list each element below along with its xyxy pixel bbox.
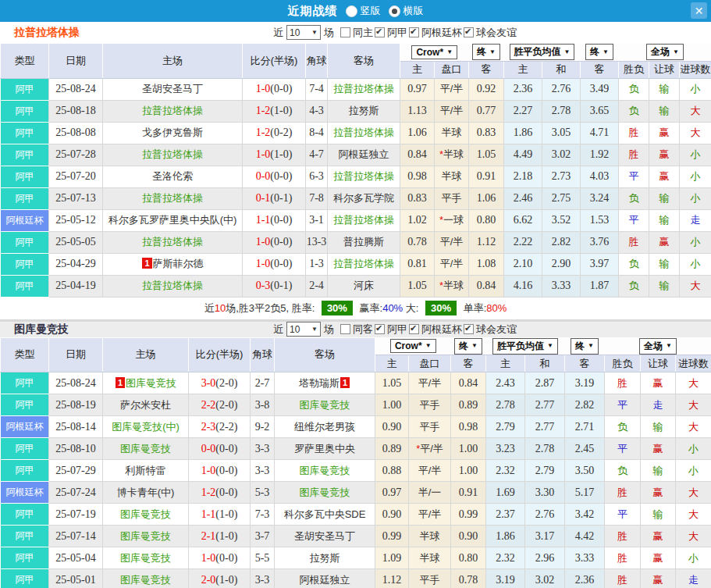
handicap-label: 半球 <box>443 280 464 291</box>
avg-home-cell: 2.43 <box>486 372 525 394</box>
games-count-select[interactable]: 10 ▼ <box>286 322 321 337</box>
goals-result-cell: 大 <box>676 394 711 416</box>
corner-cell: 7-3 <box>251 504 275 526</box>
handicap-result-cell: 赢 <box>641 438 676 460</box>
games-count-select[interactable]: 10 ▼ <box>286 25 321 40</box>
home-team-name: 博卡青年(中) <box>117 486 175 498</box>
avg-draw-cell: 3.17 <box>525 526 565 547</box>
odds-company-dropdown[interactable]: Crow*▼ <box>390 339 436 353</box>
score-cell: 0-1(0-1) <box>243 187 306 209</box>
odds-home-cell: 0.99 <box>375 526 409 547</box>
checkbox-icon[interactable] <box>340 324 350 334</box>
handicap-cell: *平/半 <box>409 438 451 460</box>
away-team-cell: 图库曼竞技 <box>275 460 375 482</box>
home-team-name: 图库曼竞技 <box>120 574 171 586</box>
same-venue-checkbox[interactable]: 同主 <box>340 26 373 40</box>
avg-draw-cell: 3.02 <box>525 569 565 588</box>
col-corner: 角球 <box>251 337 275 372</box>
odds-home-cell: 1.00 <box>375 394 409 416</box>
fulltime-score: 1-2 <box>256 105 271 116</box>
league-type-cell: 阿甲 <box>1 122 49 144</box>
checkbox-icon[interactable] <box>409 324 419 334</box>
avg-odds-dropdown[interactable]: 胜平负均值▼ <box>492 338 558 355</box>
checkbox-icon[interactable] <box>464 27 474 37</box>
avg-final-dropdown[interactable]: 终▼ <box>585 44 613 60</box>
away-team-name: 普拉腾斯 <box>343 236 384 248</box>
result-cell: 负 <box>605 416 641 438</box>
col-away: 客场 <box>275 337 375 372</box>
result-cell: 胜 <box>619 122 649 144</box>
checkbox-icon[interactable] <box>375 324 385 334</box>
subcol-goals: 进球数 <box>680 61 711 78</box>
same-venue-checkbox[interactable]: 同客 <box>340 323 373 337</box>
date-cell: 25-08-14 <box>49 416 103 438</box>
avg-draw-cell: 2.77 <box>525 394 565 416</box>
result-cell: 平 <box>619 166 649 187</box>
checkbox-icon[interactable] <box>375 27 385 37</box>
close-button[interactable]: ✕ <box>691 2 707 19</box>
fulltime-score: 2-1 <box>201 530 216 542</box>
handicap-label: 半球 <box>443 148 464 160</box>
goals-result-cell: 小 <box>676 438 711 460</box>
goals-result-cell: 小 <box>680 253 711 275</box>
away-team-name: 科尔多瓦中央SDE <box>284 508 366 520</box>
avg-home-cell: 3.19 <box>486 569 525 588</box>
fulltime-score: 1-2 <box>256 127 271 138</box>
avg-draw-cell: 3.52 <box>542 209 581 231</box>
layout-vertical-radio[interactable]: 竖版 <box>346 4 381 18</box>
avg-away-cell: 3.50 <box>565 460 605 482</box>
odds-away-cell: 1.05 <box>469 144 504 166</box>
cup-filter-checkbox[interactable]: 阿根廷杯 <box>409 26 462 40</box>
layout-horizontal-radio[interactable]: 横版 <box>389 4 424 18</box>
avg-away-cell: 3.97 <box>581 253 619 275</box>
handicap-result-cell: 输 <box>649 78 680 100</box>
fulltime-score: 1-0 <box>201 552 216 564</box>
fulltime-dropdown[interactable]: 全场▼ <box>646 44 684 60</box>
handicap-cell: 半球 <box>435 122 469 144</box>
avg-odds-dropdown[interactable]: 胜平负均值▼ <box>510 44 575 60</box>
odds-final-dropdown[interactable]: 终▼ <box>472 44 500 60</box>
odds-final-dropdown[interactable]: 终▼ <box>454 338 482 355</box>
checkbox-icon[interactable] <box>409 27 419 37</box>
handicap-cell: 半球 <box>435 166 469 187</box>
cup-filter-checkbox[interactable]: 阿根廷杯 <box>409 323 462 337</box>
handicap-cell: 平/半 <box>435 100 469 122</box>
league-filter-checkbox[interactable]: 阿甲 <box>375 26 407 40</box>
games-suffix-label: 场 <box>324 323 334 337</box>
away-team-name: 纽维尔老男孩 <box>294 421 355 433</box>
goals-result-cell: 大 <box>676 526 711 547</box>
friendly-filter-checkbox[interactable]: 球会友谊 <box>464 26 517 40</box>
avg-away-cell: 3.42 <box>565 504 605 526</box>
handicap-result-cell: 赢 <box>649 144 680 166</box>
home-team-name: 图库曼竞技(中) <box>112 421 180 433</box>
avg-away-cell: 2.82 <box>565 394 605 416</box>
handicap-cell: *一球 <box>435 209 469 231</box>
halftime-score: (0-2) <box>270 127 292 138</box>
goals-result-cell: 大 <box>680 275 711 297</box>
avg-draw-cell: 2.87 <box>525 372 565 394</box>
odds-home-cell: 0.97 <box>400 78 435 100</box>
match-row: 阿甲 25-04-29 1萨斯菲尔德 1-0(0-0) 1-3 拉普拉塔体操 0… <box>1 253 711 275</box>
home-team-cell: 圣洛伦索 <box>103 166 243 187</box>
date-cell: 25-08-24 <box>49 372 103 394</box>
checkbox-icon[interactable] <box>340 27 350 37</box>
odds-company-dropdown[interactable]: Crow*▼ <box>411 45 457 59</box>
home-team-name: 拉普拉塔体操 <box>142 192 203 204</box>
odds-home-cell: 0.89 <box>375 438 409 460</box>
league-filter-label: 阿甲 <box>387 26 407 40</box>
handicap-label: 平/半 <box>440 83 464 94</box>
handicap-result-cell: 走 <box>641 394 676 416</box>
checkbox-icon[interactable] <box>464 324 474 334</box>
corner-cell: 3-3 <box>251 438 275 460</box>
away-team-cell: 拉普拉塔体操 <box>328 122 400 144</box>
col-type: 类型 <box>1 44 49 79</box>
friendly-filter-checkbox[interactable]: 球会友谊 <box>464 323 517 337</box>
league-type-cell: 阿根廷杯 <box>1 209 49 231</box>
result-cell: 胜 <box>619 231 649 253</box>
subcol-avg-away: 客 <box>565 355 605 372</box>
fulltime-dropdown[interactable]: 全场▼ <box>639 338 677 355</box>
avg-draw-cell: 2.78 <box>542 100 581 122</box>
halftime-score: (0-1) <box>270 192 292 204</box>
avg-final-dropdown[interactable]: 终▼ <box>571 338 599 355</box>
league-filter-checkbox[interactable]: 阿甲 <box>375 323 407 337</box>
